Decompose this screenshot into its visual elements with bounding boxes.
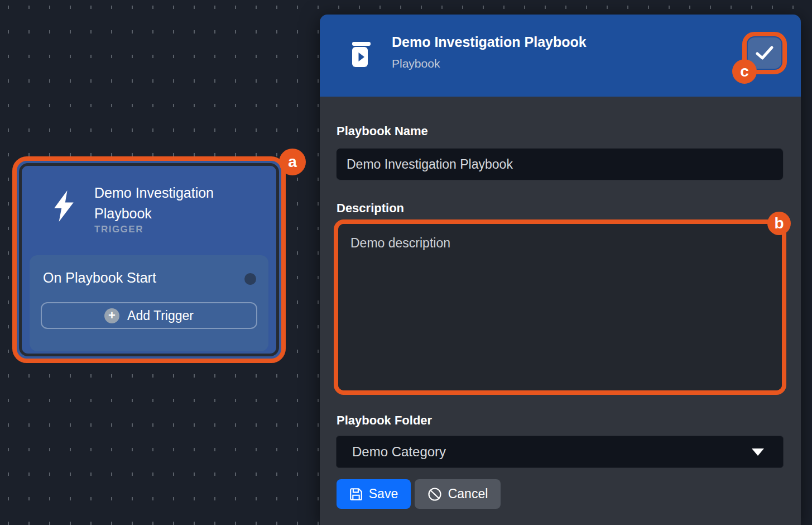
playbook-name-label: Playbook Name xyxy=(337,124,428,139)
description-annotation-box: Demo description xyxy=(334,219,786,395)
trigger-list-section: On Playbook Start + Add Trigger xyxy=(30,255,268,351)
trigger-node-title: Demo Investigation Playbook xyxy=(94,183,251,224)
save-label: Save xyxy=(369,486,398,502)
panel-header: Demo Investigation Playbook Playbook c xyxy=(320,15,801,97)
trigger-node-type-label: TRIGGER xyxy=(94,224,143,235)
panel-title: Demo Investigation Playbook xyxy=(392,34,587,50)
lightning-bolt-icon xyxy=(51,190,76,222)
slash-circle-icon xyxy=(427,487,442,502)
playbook-folder-label: Playbook Folder xyxy=(337,413,432,428)
trigger-row-label[interactable]: On Playbook Start xyxy=(43,270,156,286)
plus-circle-icon: + xyxy=(104,308,119,323)
add-trigger-label: Add Trigger xyxy=(127,308,194,323)
annotation-badge-c: c xyxy=(732,59,757,84)
checkmark-icon xyxy=(756,46,773,60)
playbook-book-icon xyxy=(352,42,372,68)
playbook-name-input[interactable] xyxy=(336,148,784,180)
caret-down-icon xyxy=(752,448,764,456)
annotation-badge-b: b xyxy=(767,212,791,235)
playbook-details-panel: Demo Investigation Playbook Playbook c P… xyxy=(320,15,801,525)
add-trigger-button[interactable]: + Add Trigger xyxy=(41,302,257,329)
playbook-folder-value: Demo Category xyxy=(337,444,752,460)
cancel-label: Cancel xyxy=(448,486,488,502)
description-label: Description xyxy=(337,201,404,216)
description-textarea[interactable]: Demo description xyxy=(338,224,782,390)
save-button[interactable]: Save xyxy=(337,479,411,509)
trigger-node-card[interactable]: Demo Investigation Playbook TRIGGER On P… xyxy=(22,166,276,354)
annotation-badge-a: a xyxy=(279,149,306,175)
connection-dot[interactable] xyxy=(244,273,256,285)
cancel-button[interactable]: Cancel xyxy=(415,479,501,509)
panel-subtitle: Playbook xyxy=(392,57,440,70)
playbook-editor-canvas: Demo Investigation Playbook TRIGGER On P… xyxy=(0,0,812,525)
trigger-node-annotation-box: Demo Investigation Playbook TRIGGER On P… xyxy=(12,156,286,363)
playbook-folder-select[interactable]: Demo Category xyxy=(336,436,784,468)
floppy-save-icon xyxy=(349,488,363,501)
